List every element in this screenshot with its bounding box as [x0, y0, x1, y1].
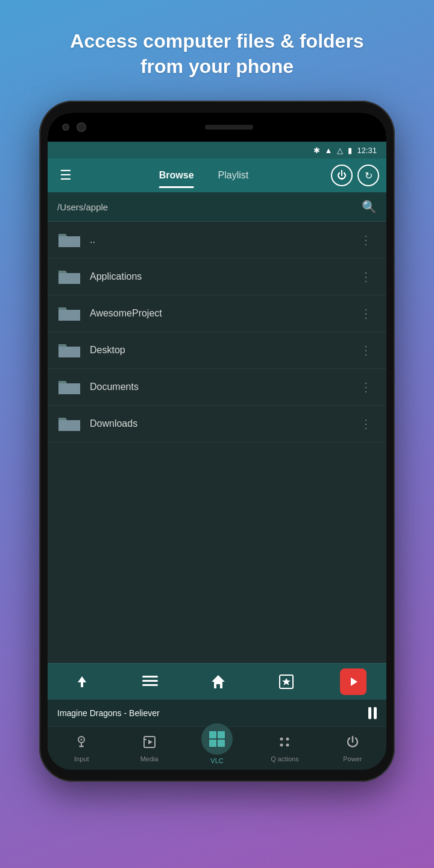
file-item-downloads[interactable]: Downloads ⋮	[48, 406, 386, 442]
folder-icon	[57, 267, 81, 286]
status-time: 12:31	[357, 146, 377, 155]
camera-dot-small	[62, 124, 69, 131]
now-playing-bar: Imagine Dragons - Believer	[48, 699, 386, 726]
svg-marker-4	[212, 675, 225, 688]
more-options-icon[interactable]: ⋮	[355, 230, 377, 250]
vlc-play-button[interactable]	[340, 668, 366, 695]
file-name-applications: Applications	[90, 271, 355, 282]
qactions-icon	[277, 735, 292, 753]
vlc-circle	[201, 723, 233, 755]
wifi-icon: ▲	[325, 146, 333, 155]
nav-item-qactions[interactable]: Q actions	[251, 730, 318, 767]
pause-button[interactable]	[368, 707, 377, 719]
svg-marker-6	[282, 678, 291, 685]
tab-playlist[interactable]: Playlist	[206, 165, 261, 186]
svg-rect-15	[209, 731, 216, 738]
signal-icon: △	[337, 146, 343, 155]
file-item-desktop[interactable]: Desktop ⋮	[48, 332, 386, 369]
screen: ✱ ▲ △ ▮ 12:31 ☰ Browse Playlist ⏻ ↻	[48, 113, 386, 770]
now-playing-text: Imagine Dragons - Believer	[57, 708, 160, 718]
folder-icon	[57, 377, 81, 397]
bottom-nav: Input Media	[48, 726, 386, 770]
notch-bar	[48, 113, 386, 142]
upload-button[interactable]	[68, 667, 96, 696]
nav-item-media[interactable]: Media	[115, 730, 183, 767]
nav-item-vlc[interactable]: VLC	[183, 728, 251, 769]
svg-rect-17	[209, 740, 216, 747]
file-name-documents: Documents	[90, 382, 355, 392]
toolbar-tabs: Browse Playlist	[77, 165, 331, 186]
phone-frame: ✱ ▲ △ ▮ 12:31 ☰ Browse Playlist ⏻ ↻	[39, 101, 395, 782]
file-name-dotdot: ..	[90, 234, 355, 245]
list-button[interactable]	[136, 667, 165, 696]
svg-marker-7	[351, 678, 357, 686]
menu-button[interactable]: ☰	[55, 163, 77, 188]
file-item-applications[interactable]: Applications ⋮	[48, 259, 386, 295]
svg-rect-10	[81, 743, 82, 746]
folder-icon	[57, 414, 81, 433]
svg-point-22	[286, 743, 289, 746]
svg-rect-16	[218, 731, 225, 738]
tab-browse[interactable]: Browse	[147, 165, 206, 186]
nav-label-vlc: VLC	[210, 757, 223, 764]
more-options-icon[interactable]: ⋮	[355, 304, 377, 323]
app-toolbar: ☰ Browse Playlist ⏻ ↻	[48, 159, 386, 192]
pause-bar-right	[374, 707, 377, 719]
camera-area	[62, 122, 86, 132]
headline: Access computer files & folders from you…	[34, 0, 400, 101]
status-bar: ✱ ▲ △ ▮ 12:31	[48, 142, 386, 159]
nav-label-media: Media	[140, 755, 159, 763]
file-list: .. ⋮ Applications ⋮	[48, 222, 386, 663]
nav-label-input: Input	[74, 755, 89, 763]
nav-item-input[interactable]: Input	[48, 730, 115, 767]
power-nav-icon	[345, 735, 360, 753]
refresh-icon: ↻	[365, 170, 373, 181]
refresh-button[interactable]: ↻	[357, 165, 379, 186]
svg-point-20	[286, 737, 289, 740]
svg-rect-1	[142, 676, 158, 678]
more-options-icon[interactable]: ⋮	[355, 414, 377, 433]
more-options-icon[interactable]: ⋮	[355, 377, 377, 397]
more-options-icon[interactable]: ⋮	[355, 267, 377, 286]
svg-point-11	[79, 745, 84, 747]
nav-item-power[interactable]: Power	[319, 730, 386, 767]
svg-marker-0	[78, 676, 86, 687]
path-bar: /Users/apple 🔍	[48, 192, 386, 222]
file-name-desktop: Desktop	[90, 345, 355, 356]
home-button[interactable]	[204, 667, 233, 696]
more-options-icon[interactable]: ⋮	[355, 341, 377, 360]
svg-point-19	[280, 737, 283, 740]
media-icon	[142, 735, 157, 753]
file-item-awesomeproject[interactable]: AwesomeProject ⋮	[48, 295, 386, 332]
search-icon[interactable]: 🔍	[362, 200, 377, 214]
input-icon	[74, 735, 89, 753]
current-path: /Users/apple	[57, 202, 108, 212]
svg-point-21	[280, 743, 283, 746]
folder-icon	[57, 230, 81, 250]
speaker	[205, 125, 253, 130]
nav-label-qactions: Q actions	[271, 755, 298, 763]
svg-rect-2	[142, 680, 158, 682]
toolbar-actions: ⏻ ↻	[331, 165, 379, 186]
folder-icon	[57, 304, 81, 323]
svg-marker-13	[148, 740, 153, 744]
power-button[interactable]: ⏻	[331, 165, 353, 186]
nav-label-power: Power	[343, 755, 362, 763]
camera-dot-big	[77, 122, 86, 132]
pause-bar-left	[368, 707, 371, 719]
file-name-downloads: Downloads	[90, 418, 355, 429]
action-bar	[48, 663, 386, 699]
status-bar-content: ✱ ▲ △ ▮ 12:31	[313, 146, 377, 155]
svg-rect-3	[142, 684, 158, 686]
folder-icon	[57, 341, 81, 360]
file-item-documents[interactable]: Documents ⋮	[48, 369, 386, 406]
power-icon: ⏻	[337, 170, 347, 181]
svg-rect-18	[218, 740, 225, 747]
favorites-button[interactable]	[272, 667, 301, 696]
bluetooth-icon: ✱	[313, 146, 320, 155]
file-item-dotdot[interactable]: .. ⋮	[48, 222, 386, 259]
battery-icon: ▮	[348, 146, 352, 155]
file-name-awesomeproject: AwesomeProject	[90, 308, 355, 319]
svg-point-9	[81, 738, 83, 740]
